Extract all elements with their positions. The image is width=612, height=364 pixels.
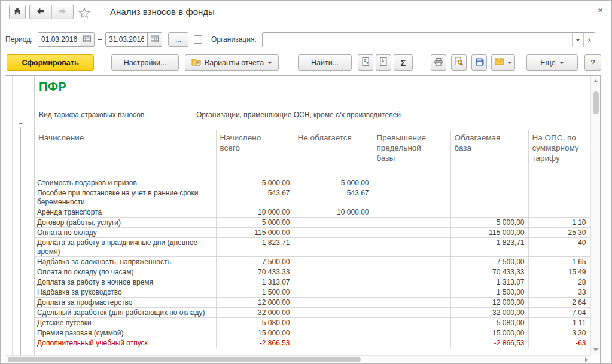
cell-not_taxed[interactable] [294, 277, 373, 287]
sum-button[interactable]: Σ [394, 54, 413, 71]
cell-ops[interactable]: 1 10 [528, 218, 590, 228]
cell-not_taxed[interactable] [294, 228, 373, 238]
cell-excess[interactable] [373, 207, 450, 218]
cell-excess[interactable] [373, 277, 450, 287]
cell-not_taxed[interactable]: 543,67 [294, 188, 373, 207]
horizontal-scrollbar[interactable] [5, 355, 590, 363]
cell-taxable[interactable] [450, 188, 528, 207]
choose-period-button[interactable]: ... [168, 32, 188, 47]
cell-accrued[interactable]: 10 000,00 [216, 207, 294, 218]
cell-ops[interactable] [528, 207, 590, 218]
cell-accrued[interactable]: 12 000,00 [216, 298, 294, 308]
row-name-cell[interactable]: Договор (работы, услуги) [35, 218, 216, 228]
cell-ops[interactable]: 2 64 [528, 298, 590, 308]
row-name-cell[interactable]: Пособие при постановке на учет в ранние … [35, 188, 216, 207]
cell-ops[interactable]: 15 49 [528, 267, 590, 277]
row-name-cell[interactable]: Аренда транспорта [35, 207, 216, 218]
cell-excess[interactable] [373, 328, 450, 338]
back-button[interactable] [30, 5, 51, 19]
cell-taxable[interactable] [450, 207, 528, 218]
row-name-cell[interactable]: Премия разовая (суммой) [35, 328, 216, 338]
column-header[interactable]: Начислено всего [216, 130, 294, 178]
cell-ops[interactable] [528, 188, 590, 207]
cell-not_taxed[interactable] [294, 287, 373, 298]
organization-clear-button[interactable]: × [583, 33, 595, 47]
row-name-cell[interactable]: Оплата по окладу [35, 228, 216, 238]
cell-taxable[interactable]: 1 500,00 [450, 287, 528, 298]
cell-ops[interactable]: 1 11 [528, 318, 590, 328]
more-button[interactable]: Еще [526, 54, 578, 71]
cell-excess[interactable] [373, 267, 450, 277]
cell-excess[interactable] [373, 257, 450, 267]
cell-taxable[interactable]: 32 000,00 [450, 308, 528, 318]
cell-ops[interactable]: 7 04 [528, 308, 590, 318]
cell-not_taxed[interactable] [294, 318, 373, 328]
date-from-calendar-button[interactable] [80, 33, 94, 46]
cell-ops[interactable]: 3 30 [528, 328, 590, 338]
collapse-groupings-button[interactable]: A [376, 54, 391, 71]
cell-excess[interactable] [373, 188, 450, 207]
cell-not_taxed[interactable] [294, 338, 373, 348]
print-preview-button[interactable] [451, 54, 467, 71]
cell-taxable[interactable]: 5 000,00 [450, 218, 528, 228]
cell-excess[interactable] [373, 308, 450, 318]
cell-ops[interactable]: 28 [528, 277, 590, 287]
help-button[interactable]: ? [584, 54, 601, 71]
cell-accrued[interactable]: 5 000,00 [216, 218, 294, 228]
column-header[interactable]: Превышение предельной базы [373, 130, 450, 178]
cell-excess[interactable] [373, 218, 450, 228]
cell-not_taxed[interactable]: 10 000,00 [294, 207, 373, 218]
cell-not_taxed[interactable] [294, 267, 373, 277]
cell-excess[interactable] [373, 287, 450, 298]
cell-accrued[interactable]: 5 080,00 [216, 318, 294, 328]
cell-excess[interactable] [373, 298, 450, 308]
row-name-cell[interactable]: Надбавка за сложность, напряженность [35, 257, 216, 267]
close-button[interactable]: × [595, 4, 607, 16]
cell-ops[interactable]: 1 65 [528, 257, 590, 267]
cell-taxable[interactable]: 5 080,00 [450, 318, 528, 328]
report-variants-button[interactable]: Варианты отчета [185, 54, 279, 71]
expand-groupings-button[interactable]: A [358, 54, 373, 71]
send-mail-button[interactable] [491, 54, 515, 71]
print-button[interactable] [431, 54, 446, 71]
cell-accrued[interactable]: 1 313,07 [216, 277, 294, 287]
cell-ops[interactable]: 25 30 [528, 228, 590, 238]
cell-accrued[interactable]: 15 000,00 [216, 328, 294, 338]
cell-taxable[interactable]: -2 866,53 [450, 338, 528, 348]
date-to-calendar-button[interactable] [147, 33, 162, 46]
cell-taxable[interactable]: 1 313,07 [450, 277, 528, 287]
cell-accrued[interactable]: 543,67 [216, 188, 294, 207]
cell-not_taxed[interactable] [294, 298, 373, 308]
generate-button[interactable]: Сформировать [7, 54, 94, 71]
cell-excess[interactable] [373, 338, 450, 348]
cell-ops[interactable]: -63 [528, 338, 590, 348]
cell-ops[interactable] [528, 178, 590, 188]
save-button[interactable] [471, 54, 487, 71]
cell-accrued[interactable]: 5 000,00 [216, 178, 294, 188]
scroll-right-icon[interactable] [585, 357, 588, 362]
row-name-cell[interactable]: Дополнительный учебный отпуск [35, 338, 216, 348]
cell-excess[interactable] [373, 228, 450, 238]
cell-taxable[interactable]: 115 000,00 [450, 228, 528, 238]
settings-button[interactable]: Настройки... [111, 54, 179, 71]
cell-accrued[interactable]: -2 866,53 [216, 338, 294, 348]
row-name-cell[interactable]: Доплата за профмастерство [35, 298, 216, 308]
cell-taxable[interactable]: 70 433,33 [450, 267, 528, 277]
home-button[interactable] [9, 5, 26, 19]
cell-not_taxed[interactable]: 5 000,00 [294, 178, 373, 188]
column-header[interactable]: Начисление [35, 130, 216, 178]
cell-not_taxed[interactable] [294, 218, 373, 228]
organization-input[interactable] [263, 33, 572, 47]
cell-accrued[interactable]: 1 500,00 [216, 287, 294, 298]
row-name-cell[interactable]: Доплата за работу в ночное время [35, 277, 216, 287]
date-from-input[interactable] [38, 33, 80, 46]
period-checkbox[interactable] [194, 35, 202, 44]
cell-not_taxed[interactable] [294, 328, 373, 338]
cell-taxable[interactable]: 1 823,71 [450, 238, 528, 257]
cell-not_taxed[interactable] [294, 308, 373, 318]
vertical-scrollbar[interactable] [590, 76, 600, 355]
row-name-cell[interactable]: Надбавка за руководство [35, 287, 216, 298]
cell-not_taxed[interactable] [294, 257, 373, 267]
cell-taxable[interactable]: 12 000,00 [450, 298, 528, 308]
cell-taxable[interactable] [450, 178, 528, 188]
